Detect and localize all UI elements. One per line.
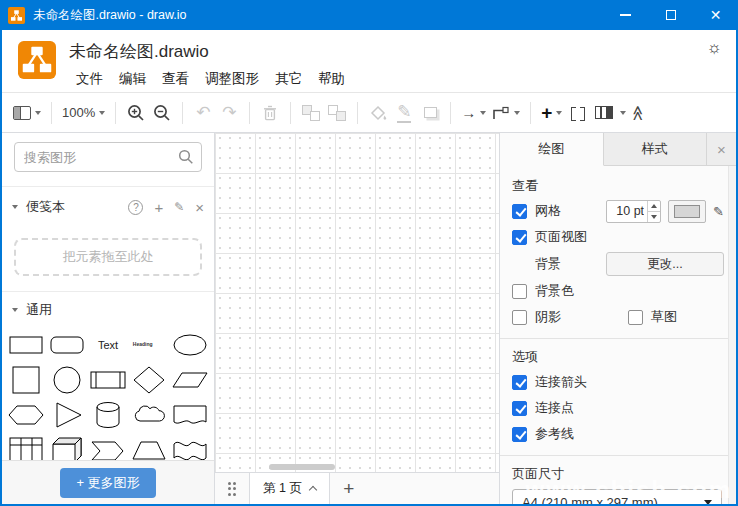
guides-row: 参考线 <box>512 421 724 447</box>
zoom-level-dropdown[interactable]: 100% <box>59 99 108 127</box>
menu-file[interactable]: 文件 <box>68 68 111 90</box>
shadow-button[interactable] <box>417 99 443 127</box>
app-frame: 未命名绘图.drawio 文件 编辑 查看 调整图形 其它 帮助 ☼ 100% <box>0 30 738 506</box>
collapse-expand-button[interactable]: ≪ <box>617 99 649 127</box>
to-back-icon <box>328 105 346 121</box>
help-icon[interactable]: ? <box>128 200 143 215</box>
shape-triangle[interactable] <box>47 397 88 432</box>
add-page-button[interactable]: + <box>330 473 368 504</box>
background-color-checkbox[interactable] <box>512 284 527 299</box>
shape-cloud[interactable] <box>128 397 169 432</box>
menu-view[interactable]: 查看 <box>154 68 197 90</box>
insert-button[interactable]: + <box>538 99 565 127</box>
grid-color-edit-icon[interactable]: ✎ <box>713 204 724 219</box>
general-section-header[interactable]: 通用 <box>2 296 214 324</box>
add-icon[interactable]: + <box>154 199 163 216</box>
main-area: 便笺本 ? + ✎ × 把元素拖至此处 通用 <box>2 133 736 504</box>
waypoint-style-button[interactable] <box>489 99 523 127</box>
shape-hexagon[interactable] <box>6 397 47 432</box>
view-layout-button[interactable] <box>10 99 44 127</box>
grid-color-button[interactable] <box>668 200 706 223</box>
drawing-canvas[interactable] <box>215 133 499 472</box>
divider <box>182 102 183 124</box>
shape-rectangle[interactable] <box>6 327 47 362</box>
divider <box>500 455 736 456</box>
grid-size-field <box>606 200 661 223</box>
canvas-area: 第 1 页 + <box>215 133 499 504</box>
fullscreen-button[interactable] <box>565 99 591 127</box>
window-title: 未命名绘图.drawio - draw.io <box>33 7 603 24</box>
sketch-checkbox[interactable] <box>628 310 643 325</box>
menu-extras[interactable]: 其它 <box>267 68 310 90</box>
chevron-down-icon <box>12 205 18 209</box>
shadow-checkbox[interactable] <box>512 310 527 325</box>
divider <box>530 102 531 124</box>
shape-textbox[interactable]: Heading <box>128 327 169 362</box>
to-back-button[interactable] <box>324 99 350 127</box>
menu-edit[interactable]: 编辑 <box>111 68 154 90</box>
shape-step[interactable] <box>88 432 129 460</box>
page-tab[interactable]: 第 1 页 <box>249 473 330 504</box>
shape-diamond[interactable] <box>128 362 169 397</box>
divider <box>249 102 250 124</box>
shape-trapezoid[interactable] <box>128 432 169 460</box>
format-panel-icon <box>595 106 613 119</box>
search-input[interactable] <box>14 142 202 172</box>
shape-tape[interactable] <box>169 432 210 460</box>
menu-help[interactable]: 帮助 <box>310 68 353 90</box>
grid-size-stepper[interactable] <box>647 201 660 222</box>
shape-cylinder[interactable] <box>88 397 129 432</box>
redo-button[interactable]: ↷ <box>216 99 242 127</box>
shape-circle[interactable] <box>47 362 88 397</box>
chevron-down-icon <box>480 111 486 115</box>
shape-parallelogram[interactable] <box>169 362 210 397</box>
grid-checkbox[interactable] <box>512 204 527 219</box>
page-size-select[interactable]: A4 (210 mm x 297 mm) <box>512 489 722 504</box>
background-color-row: 背景色 <box>512 278 724 304</box>
connection-style-button[interactable]: → <box>458 99 489 127</box>
page-view-checkbox[interactable] <box>512 230 527 245</box>
change-background-button[interactable]: 更改... <box>606 252 724 276</box>
minimize-button[interactable] <box>603 0 648 30</box>
theme-icon[interactable]: ☼ <box>706 38 722 58</box>
tab-style[interactable]: 样式 <box>604 133 708 165</box>
connection-arrows-checkbox[interactable] <box>512 375 527 390</box>
close-icon[interactable]: × <box>195 199 204 216</box>
shape-square[interactable] <box>6 362 47 397</box>
connection-points-checkbox[interactable] <box>512 401 527 416</box>
to-front-button[interactable] <box>298 99 324 127</box>
close-button[interactable]: ✕ <box>693 0 738 30</box>
line-color-button[interactable]: ✎ <box>391 99 417 127</box>
shape-document[interactable] <box>169 397 210 432</box>
delete-button[interactable] <box>257 99 283 127</box>
pages-menu-button[interactable] <box>215 473 249 504</box>
scrollbar-thumb[interactable] <box>269 464 335 470</box>
format-panel-button[interactable] <box>591 99 617 127</box>
zoom-in-button[interactable] <box>123 99 149 127</box>
guides-checkbox[interactable] <box>512 427 527 442</box>
more-shapes-button[interactable]: + 更多图形 <box>60 468 155 498</box>
shape-palette: Text Heading <box>6 327 210 460</box>
chevron-down-icon <box>99 111 105 115</box>
maximize-button[interactable] <box>648 0 693 30</box>
horizontal-scrollbar[interactable] <box>215 463 499 472</box>
panel-close-icon[interactable]: × <box>707 133 736 165</box>
shape-table[interactable] <box>6 432 47 460</box>
shape-rounded-rectangle[interactable] <box>47 327 88 362</box>
shape-ellipse[interactable] <box>169 327 210 362</box>
shape-text[interactable]: Text <box>88 327 129 362</box>
undo-button[interactable]: ↶ <box>190 99 216 127</box>
grid-size-input[interactable] <box>607 201 647 222</box>
fill-color-icon <box>369 105 387 121</box>
scratchpad-section-header[interactable]: 便笺本 ? + ✎ × <box>2 193 214 221</box>
menu-arrange[interactable]: 调整图形 <box>197 68 267 90</box>
edit-icon[interactable]: ✎ <box>174 200 184 214</box>
zoom-out-button[interactable] <box>149 99 175 127</box>
panel-scrollbar[interactable] <box>728 166 736 504</box>
fill-color-button[interactable] <box>365 99 391 127</box>
scratchpad-dropzone[interactable]: 把元素拖至此处 <box>14 238 202 276</box>
document-title[interactable]: 未命名绘图.drawio <box>69 40 209 63</box>
shape-cube[interactable] <box>47 432 88 460</box>
shape-process[interactable] <box>88 362 129 397</box>
tab-diagram[interactable]: 绘图 <box>500 133 604 166</box>
